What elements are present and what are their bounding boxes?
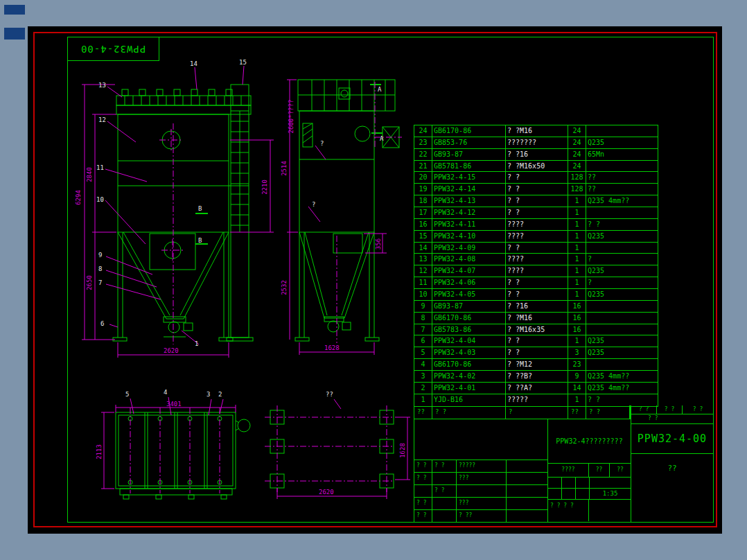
part-name: ? ?M16x50 (506, 161, 568, 172)
svg-text:2650: 2650 (86, 275, 93, 290)
revision-row: ? ? ? ? ????? (414, 460, 547, 472)
part-material: ? ? (586, 219, 658, 230)
part-name: ? ??A? (506, 383, 568, 394)
part-material (586, 161, 658, 172)
part-material (586, 125, 658, 137)
header-qty: ?? (568, 405, 586, 419)
part-no: 5 (414, 347, 432, 358)
part-code: PPW32-4-09 (432, 243, 506, 254)
part-no: 1 (414, 394, 432, 406)
part-qty: 1 (568, 335, 586, 347)
header-material: ? ? (586, 405, 630, 419)
svg-text:3: 3 (206, 391, 210, 398)
parts-table-row: 16 PPW32-4-11 ???? 1 ? ? (414, 219, 658, 231)
part-material (586, 243, 658, 254)
part-no: 20 (414, 172, 432, 183)
svg-text:6: 6 (100, 320, 104, 327)
svg-text:356: 356 (375, 238, 382, 250)
parts-table-row: 6 PPW32-4-04 ? ? 1 Q235 (414, 335, 658, 347)
part-name: ? ?16 (506, 301, 568, 312)
part-name: ? ? (506, 184, 568, 195)
scale-label: ?? (610, 464, 631, 477)
parts-table-row: 14 PPW32-4-09 ? ? 1 (414, 243, 658, 254)
svg-text:A: A (378, 86, 382, 93)
part-code: GB93-87 (432, 149, 506, 160)
part-name: ? ?M16 (506, 313, 568, 324)
part-qty: 128 (568, 172, 586, 183)
part-name: ? ? (506, 243, 568, 254)
part-code: GB6170-86 (432, 313, 506, 324)
svg-text:1: 1 (195, 340, 198, 347)
part-no: 12 (414, 265, 432, 277)
parts-table-body: 24 GB6170-86 ? ?M16 24 23 GB853-76 ?????… (414, 125, 658, 406)
part-name: ????? (506, 394, 568, 406)
part-code: GB93-87 (432, 301, 506, 312)
plan-view: 5 4 3 2 3401 2113 (96, 389, 250, 499)
part-qty: 23 (568, 359, 586, 370)
part-code: PPW32-4-01 (432, 383, 506, 394)
part-qty: 1 (568, 207, 586, 218)
part-code: PPW32-4-13 (432, 195, 506, 207)
svg-text:2620: 2620 (164, 347, 179, 354)
part-name: ? ?M16x35 (506, 324, 568, 335)
svg-text:3401: 3401 (166, 401, 182, 408)
part-name: ? ? (506, 335, 568, 347)
svg-text:1628: 1628 (324, 344, 340, 351)
part-name: ? ? (506, 289, 568, 300)
header-name: ? (506, 405, 568, 419)
svg-text:6294: 6294 (75, 190, 82, 205)
part-code: PPW32-4-14 (432, 184, 506, 195)
part-qty: 24 (568, 149, 586, 160)
part-name: ? ? (506, 347, 568, 358)
part-qty: 16 (568, 324, 586, 335)
svg-text:11: 11 (96, 164, 104, 171)
part-qty: 1 (568, 289, 586, 300)
part-qty: 3 (568, 347, 586, 358)
sheet-count: ? ? ? ? (548, 500, 589, 521)
part-material: ?? (586, 184, 658, 195)
parts-table-row: 5 PPW32-4-03 ? ? 3 Q235 (414, 347, 658, 359)
part-no: 7 (414, 324, 432, 335)
revision-row: ? ? ? ?? (414, 509, 547, 522)
cad-screenshot[interactable]: PPW32-4-00 (0, 0, 747, 560)
part-material (586, 301, 658, 312)
stage-mark-label: ???? (548, 464, 589, 477)
part-code: GB6170-86 (432, 359, 506, 370)
parts-table-row: 15 PPW32-4-10 ???? 1 Q235 (414, 231, 658, 243)
part-no: 13 (414, 254, 432, 265)
part-qty: 16 (568, 301, 586, 312)
parts-table-row: 19 PPW32-4-14 ? ? 128 ?? (414, 184, 658, 195)
part-qty: 128 (568, 184, 586, 195)
parts-table-row: 21 GB5781-86 ? ?M16x50 24 (414, 161, 658, 173)
parts-table: 24 GB6170-86 ? ?M16 24 23 GB853-76 ?????… (414, 125, 658, 407)
part-name: ???? (506, 265, 568, 277)
part-name: ??????? (506, 137, 568, 148)
part-qty: 1 (568, 265, 586, 277)
part-code: PPW32-4-02 (432, 371, 506, 382)
svg-text:9: 9 (98, 252, 102, 259)
part-no: 16 (414, 219, 432, 230)
svg-text:A: A (380, 135, 384, 142)
part-code: PPW32-4-10 (432, 231, 506, 242)
part-qty: 9 (568, 371, 586, 382)
part-code: PPW32-4-05 (432, 289, 506, 300)
revision-block: ? ? ? ? ????? ? ? ??? ? ? ? ? ??? ? ? ? … (414, 419, 547, 522)
parts-table-row: 3 PPW32-4-02 ? ??B? 9 Q235 4mm?? (414, 371, 658, 383)
part-name: ? ?16 (506, 149, 568, 160)
part-code: PPW32-4-12 (432, 207, 506, 218)
side-view: ? ? A A 2514 2532 356 1628 2600*???? (281, 80, 402, 355)
part-code: GB6170-86 (432, 125, 506, 137)
part-material: Q235 4mm?? (586, 383, 658, 394)
revision-row: ? ? ??? (414, 472, 547, 484)
sheet-label: ?? (631, 454, 713, 520)
part-code: PPW32-4-03 (432, 347, 506, 358)
part-name: ???? (506, 219, 568, 230)
svg-text:15: 15 (239, 59, 247, 66)
part-no: 24 (414, 125, 432, 137)
svg-text:B: B (198, 205, 202, 212)
part-material: ? (586, 254, 658, 265)
svg-text:B: B (198, 237, 202, 244)
parts-table-row: 24 GB6170-86 ? ?M16 24 (414, 125, 658, 137)
svg-text:??: ?? (326, 391, 333, 398)
part-qty: 1 (568, 254, 586, 265)
